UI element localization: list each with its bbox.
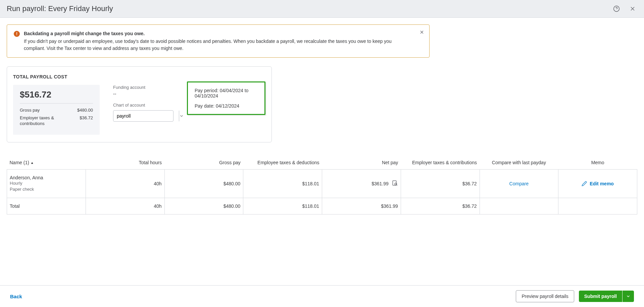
alert-close-button[interactable] [419,29,425,37]
sort-asc-icon: ▲ [31,161,34,165]
funding-account-value: -- [113,91,174,97]
pencil-icon [582,181,587,186]
alert-content: Backdating a payroll might change the ta… [24,30,423,52]
alert-body: If you didn't pay or underpaid an employ… [24,38,412,52]
cell-emp-taxes: $118.01 [243,169,322,198]
pay-period-highlight: Pay period: 04/04/2024 to 04/10/2024 Pay… [187,81,265,115]
totals-row: Total 40h $480.00 $118.01 $361.99 $36.72 [7,198,637,214]
compare-link[interactable]: Compare [483,181,556,186]
gross-pay-label: Gross pay [20,108,40,113]
help-button[interactable] [612,4,621,13]
employee-type: Hourly [10,180,83,186]
main-content: ! Backdating a payroll might change the … [0,18,644,221]
totals-employer-taxes: $36.72 [401,198,480,214]
pay-period-label: Pay period: [195,88,220,93]
pay-date-label: Pay date: [195,103,216,109]
col-gross-pay[interactable]: Gross pay [164,156,243,170]
totals-label: Total [7,198,86,214]
col-emp-taxes[interactable]: Employee taxes & deductions [243,156,322,170]
cell-net-pay: $361.99 [322,169,401,198]
totals-net-pay: $361.99 [322,198,401,214]
help-icon [613,5,620,12]
gross-pay-value: $480.00 [77,108,93,113]
header-actions [612,4,637,13]
view-details-icon[interactable] [392,180,398,187]
close-icon [419,29,425,35]
payroll-table: Name (1)▲ Total hours Gross pay Employee… [7,156,637,214]
chart-of-account-label: Chart of account [113,103,174,108]
cell-employer-taxes: $36.72 [401,169,480,198]
employee-method: Paper check [10,186,83,192]
edit-memo-button[interactable]: Edit memo [561,181,634,186]
chart-of-account-select[interactable] [113,110,174,122]
summary-title: TOTAL PAYROLL COST [13,74,100,79]
close-icon [629,5,636,12]
backdating-alert: ! Backdating a payroll might change the … [7,24,430,58]
col-name[interactable]: Name (1)▲ [7,156,86,170]
summary-card: TOTAL PAYROLL COST $516.72 Gross pay $48… [7,66,272,142]
alert-icon: ! [14,31,20,37]
chevron-down-icon[interactable] [179,111,184,121]
totals-gross-pay: $480.00 [164,198,243,214]
cell-total-hours: 40h [86,169,164,198]
funding-account-label: Funding account [113,85,174,90]
totals-hours: 40h [86,198,164,214]
page-title: Run payroll: Every Friday Hourly [7,4,113,13]
pay-date-value: 04/12/2024 [216,103,239,109]
payroll-table-container: Name (1)▲ Total hours Gross pay Employee… [7,156,637,214]
employer-tax-value: $36.72 [80,115,93,127]
svg-line-8 [396,185,397,186]
cell-gross-pay: $480.00 [164,169,243,198]
chart-of-account-input[interactable] [113,113,179,119]
col-employer-taxes[interactable]: Employer taxes & contributions [401,156,480,170]
cost-total: $516.72 [20,89,93,104]
alert-title: Backdating a payroll might change the ta… [24,30,412,37]
cost-box: $516.72 Gross pay $480.00 Employer taxes… [13,85,100,135]
col-compare[interactable]: Compare with last payday [480,156,558,170]
col-memo[interactable]: Memo [558,156,637,170]
totals-emp-taxes: $118.01 [243,198,322,214]
close-button[interactable] [628,4,637,13]
employer-tax-label: Employer taxes & contributions [20,115,63,127]
employee-name: Anderson, Anna [10,175,83,180]
col-net-pay[interactable]: Net pay [322,156,401,170]
page-header: Run payroll: Every Friday Hourly [0,0,644,18]
col-total-hours[interactable]: Total hours [86,156,164,170]
table-row: Anderson, Anna Hourly Paper check 40h $4… [7,169,637,198]
